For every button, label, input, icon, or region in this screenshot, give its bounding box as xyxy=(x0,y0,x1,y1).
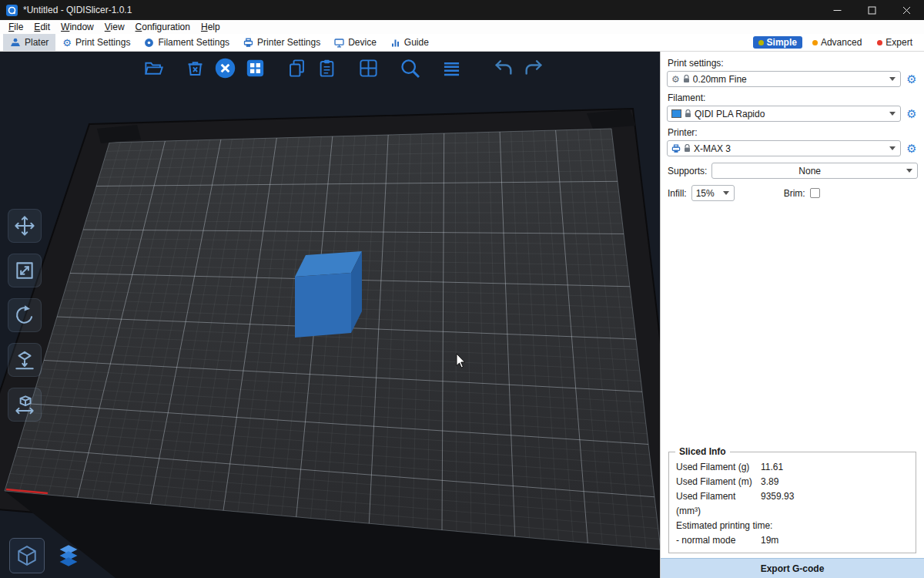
move-gizmo-button[interactable] xyxy=(8,209,42,243)
tab-label: Guide xyxy=(404,37,429,48)
viewport-3d[interactable] xyxy=(0,52,660,578)
menu-configuration[interactable]: Configuration xyxy=(130,22,196,32)
printer-mini-icon xyxy=(671,144,681,153)
measure-gizmo-button[interactable] xyxy=(8,388,42,422)
filament-label: Filament: xyxy=(668,92,918,103)
plater-icon xyxy=(10,37,21,48)
supports-combo[interactable]: None xyxy=(711,163,918,179)
lock-icon xyxy=(684,144,691,153)
paste-button[interactable] xyxy=(314,55,339,80)
brim-checkbox[interactable] xyxy=(810,188,820,198)
infill-value: 15% xyxy=(696,188,720,199)
si-value: 19m xyxy=(761,533,778,548)
printer-value: X-MAX 3 xyxy=(694,143,886,154)
mode-expert[interactable]: Expert xyxy=(872,36,918,49)
mode-switcher: Simple Advanced Expert xyxy=(753,36,918,49)
chevron-down-icon xyxy=(906,169,912,173)
sliced-info-row: Used Filament (mm³) 9359.93 xyxy=(674,489,911,519)
si-value: 3.89 xyxy=(761,475,778,489)
print-settings-gear-button[interactable]: ⚙ xyxy=(906,73,918,85)
view-toggles xyxy=(9,538,86,573)
printer-gear-button[interactable]: ⚙ xyxy=(906,143,918,154)
tab-printer-settings[interactable]: Printer Settings xyxy=(236,34,327,51)
scale-gizmo-button[interactable] xyxy=(8,254,42,287)
editor-3d-view-button[interactable] xyxy=(9,538,45,573)
app-logo-icon xyxy=(6,5,18,16)
tab-label: Plater xyxy=(25,37,49,48)
arrange-button[interactable] xyxy=(243,55,267,80)
printer-icon xyxy=(243,38,253,48)
tab-filament-settings[interactable]: Filament Settings xyxy=(137,34,236,51)
layer-height-button[interactable] xyxy=(439,55,464,80)
lock-icon xyxy=(683,75,690,83)
si-label: Used Filament (g) xyxy=(676,460,761,475)
guide-icon xyxy=(390,38,400,48)
menubar: File Edit Window View Configuration Help xyxy=(0,20,924,34)
menu-view[interactable]: View xyxy=(99,22,130,32)
menu-edit[interactable]: Edit xyxy=(28,22,55,32)
si-value: 11.61 xyxy=(761,460,783,475)
filament-icon xyxy=(144,38,154,48)
layers-stack-icon xyxy=(56,543,81,568)
si-value: 9359.93 xyxy=(761,489,794,519)
copy-button[interactable] xyxy=(284,55,309,80)
top-toolbar xyxy=(141,55,546,80)
chevron-down-icon xyxy=(889,146,896,150)
maximize-button[interactable] xyxy=(855,0,889,20)
model-cube[interactable] xyxy=(295,251,362,338)
brim-label: Brim: xyxy=(784,188,805,199)
minimize-button[interactable] xyxy=(820,0,855,20)
preset-gear-icon: ⚙ xyxy=(671,75,680,84)
tab-print-settings[interactable]: ⚙ Print Settings xyxy=(55,34,137,51)
menu-window[interactable]: Window xyxy=(55,22,99,32)
tab-label: Printer Settings xyxy=(257,37,320,48)
import-button[interactable] xyxy=(141,55,166,80)
redo-button[interactable] xyxy=(521,55,546,80)
infill-label: Infill: xyxy=(668,188,687,199)
print-settings-label: Print settings: xyxy=(668,58,918,69)
simple-dot-icon xyxy=(758,40,764,45)
mode-simple[interactable]: Simple xyxy=(753,36,802,49)
supports-label: Supports: xyxy=(668,166,707,176)
printer-label: Printer: xyxy=(668,127,918,138)
tab-label: Device xyxy=(348,37,377,48)
export-gcode-button[interactable]: Export G-code xyxy=(661,558,924,578)
tab-label: Print Settings xyxy=(75,37,130,48)
expert-dot-icon xyxy=(877,40,882,45)
mode-label: Simple xyxy=(767,37,797,48)
undo-button[interactable] xyxy=(491,55,516,80)
advanced-dot-icon xyxy=(812,40,818,45)
close-button[interactable] xyxy=(889,0,924,20)
search-button[interactable] xyxy=(397,55,422,80)
supports-value: None xyxy=(716,166,903,176)
mode-label: Advanced xyxy=(821,37,862,48)
print-bed xyxy=(5,129,660,549)
infill-combo[interactable]: 15% xyxy=(691,185,735,201)
delete-button[interactable] xyxy=(182,55,207,80)
tab-guide[interactable]: Guide xyxy=(383,34,436,51)
tab-device[interactable]: Device xyxy=(327,34,383,51)
scene-3d[interactable] xyxy=(0,52,660,578)
measure-icon xyxy=(13,393,36,416)
move-icon xyxy=(13,214,36,237)
si-label: Used Filament (mm³) xyxy=(676,489,761,519)
chevron-down-icon xyxy=(723,191,729,195)
chevron-down-icon xyxy=(889,77,896,81)
sliced-info-row: Used Filament (m) 3.89 xyxy=(674,475,911,489)
menu-help[interactable]: Help xyxy=(196,22,226,32)
split-button[interactable] xyxy=(356,55,380,80)
preview-layers-view-button[interactable] xyxy=(51,538,86,573)
rotate-gizmo-button[interactable] xyxy=(8,298,42,332)
filament-combo[interactable]: QIDI PLA Rapido xyxy=(667,106,901,122)
chevron-down-icon xyxy=(889,112,896,116)
menu-file[interactable]: File xyxy=(3,22,28,32)
printer-combo[interactable]: X-MAX 3 xyxy=(667,140,901,156)
filament-gear-button[interactable]: ⚙ xyxy=(906,108,918,119)
mode-advanced[interactable]: Advanced xyxy=(807,36,867,49)
tab-plater[interactable]: Plater xyxy=(3,34,55,51)
place-on-face-gizmo-button[interactable] xyxy=(8,343,42,377)
si-label: - normal mode xyxy=(676,533,761,548)
delete-all-button[interactable] xyxy=(213,55,237,80)
print-settings-value: 0.20mm Fine xyxy=(693,74,886,85)
print-settings-combo[interactable]: ⚙ 0.20mm Fine xyxy=(667,71,901,87)
